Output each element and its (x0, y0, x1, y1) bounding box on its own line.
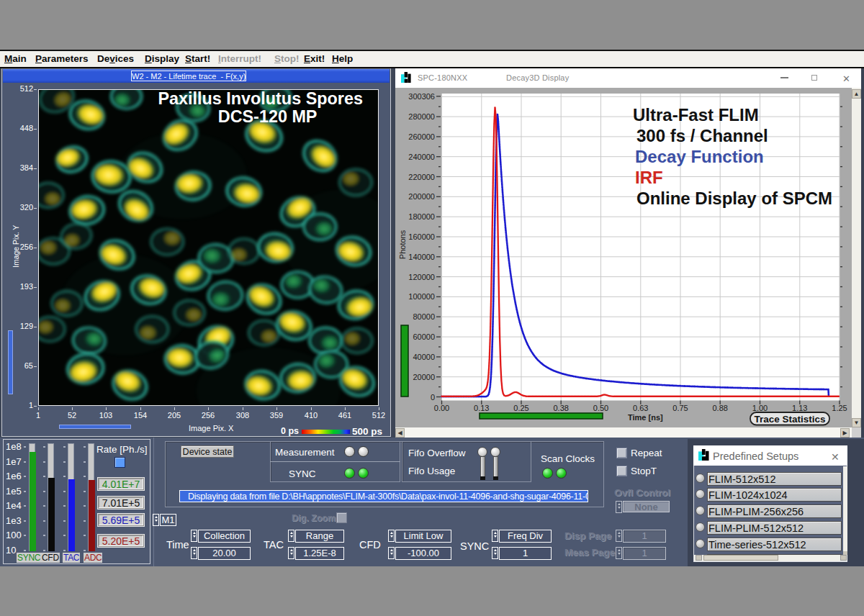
svg-text:140000: 140000 (408, 253, 435, 261)
svg-text:Paxillus Involutus Spores: Paxillus Involutus Spores (158, 89, 362, 108)
svg-text:Time [ns]: Time [ns] (628, 413, 663, 422)
svg-text:160000: 160000 (408, 232, 435, 241)
svg-text:1.25: 1.25 (832, 404, 847, 412)
svg-text:80000: 80000 (413, 312, 435, 321)
svg-text:0.75: 0.75 (672, 404, 688, 412)
svg-text:0.00: 0.00 (434, 404, 449, 412)
svg-text:180000: 180000 (408, 212, 435, 221)
svg-text:1.13: 1.13 (792, 404, 807, 412)
svg-text:0.88: 0.88 (712, 404, 727, 412)
svg-text:60000: 60000 (413, 332, 435, 341)
svg-text:Photons: Photons (398, 230, 407, 259)
svg-text:100000: 100000 (408, 292, 435, 301)
svg-text:Ultra-Fast FLIM: Ultra-Fast FLIM (633, 105, 759, 124)
svg-text:0.25: 0.25 (513, 404, 528, 412)
svg-text:0.13: 0.13 (474, 404, 489, 412)
svg-text:220000: 220000 (408, 173, 435, 181)
svg-text:280000: 280000 (408, 112, 435, 121)
svg-text:Trace Statistics: Trace Statistics (754, 414, 825, 425)
svg-text:0: 0 (431, 393, 435, 402)
svg-text:240000: 240000 (408, 153, 435, 161)
svg-text:40000: 40000 (413, 353, 435, 361)
svg-text:200000: 200000 (408, 192, 435, 201)
svg-text:IRF: IRF (635, 168, 663, 187)
svg-text:20000: 20000 (413, 373, 435, 381)
svg-text:300306: 300306 (408, 92, 435, 101)
svg-text:DCS-120 MP: DCS-120 MP (218, 107, 318, 126)
svg-text:Decay Function: Decay Function (635, 147, 764, 166)
svg-text:0.50: 0.50 (593, 404, 608, 412)
svg-text:0.63: 0.63 (633, 404, 648, 412)
svg-text:260000: 260000 (408, 132, 435, 141)
svg-text:120000: 120000 (408, 273, 435, 281)
svg-text:0.38: 0.38 (553, 404, 568, 412)
svg-text:1.00: 1.00 (752, 404, 768, 412)
svg-text:Online Display of SPCM: Online Display of SPCM (636, 189, 832, 208)
svg-text:300 fs / Channel: 300 fs / Channel (636, 126, 768, 145)
